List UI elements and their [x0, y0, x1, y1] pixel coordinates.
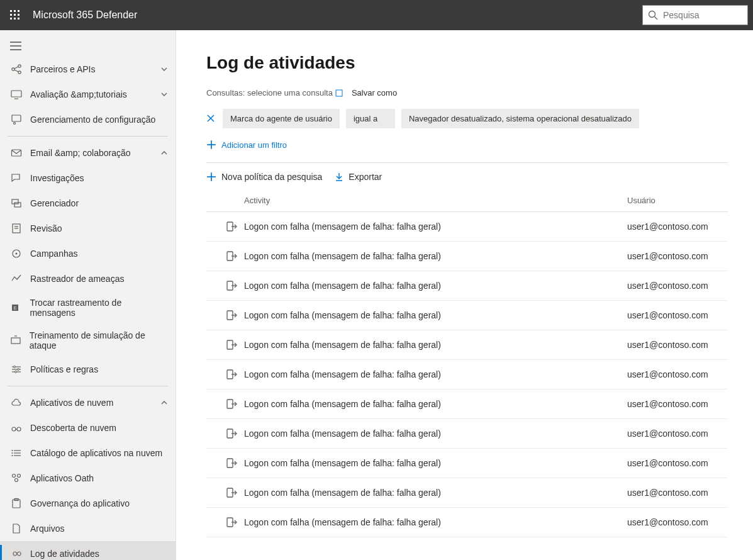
- table-row[interactable]: Logon com falha (mensagem de falha: falh…: [206, 478, 728, 508]
- svg-rect-24: [12, 199, 18, 204]
- svg-rect-2: [18, 10, 20, 12]
- clipboard-icon: [10, 497, 23, 510]
- sidebar-label: Rastreador de ameaças: [30, 274, 124, 284]
- user-cell: user1@contoso.com: [627, 488, 728, 498]
- logout-icon: [226, 250, 237, 262]
- table-row[interactable]: Logon com falha (mensagem de falha: falh…: [206, 212, 728, 242]
- top-bar: Microsoft 365 Defender: [0, 0, 753, 30]
- user-cell: user1@contoso.com: [627, 251, 728, 261]
- sidebar-label: Aplicativos Oath: [30, 473, 94, 483]
- svg-rect-3: [10, 14, 12, 16]
- table-row[interactable]: Logon com falha (mensagem de falha: falh…: [206, 330, 728, 360]
- svg-rect-0: [10, 10, 12, 12]
- add-filter-button[interactable]: Adicionar um filtro: [206, 140, 728, 150]
- app-launcher-button[interactable]: [0, 0, 30, 30]
- logout-icon: [226, 339, 237, 350]
- sidebar-label: Descoberta de nuvem: [30, 423, 116, 433]
- svg-rect-23: [12, 150, 21, 156]
- activity-cell: Logon com falha (mensagem de falha: falh…: [244, 488, 627, 498]
- sidebar-label: Catálogo de aplicativos na nuvem: [30, 448, 162, 458]
- table-row[interactable]: Logon com falha (mensagem de falha: falh…: [206, 419, 728, 449]
- table-header: Activity Usuário: [206, 191, 728, 212]
- logout-icon: [226, 398, 237, 410]
- table-row[interactable]: Logon com falha (mensagem de falha: falh…: [206, 271, 728, 301]
- sidebar-item-partners[interactable]: Parceiros e APIs: [0, 57, 176, 82]
- save-as-button[interactable]: Salvar como: [352, 88, 397, 98]
- table-body: Logon com falha (mensagem de falha: falh…: [206, 212, 728, 537]
- table-row[interactable]: Logon com falha (mensagem de falha: falh…: [206, 360, 728, 389]
- queries-label[interactable]: Consultas: selecione uma consulta: [206, 88, 333, 98]
- user-cell: user1@contoso.com: [627, 369, 728, 379]
- svg-point-40: [15, 371, 17, 373]
- svg-point-48: [12, 452, 13, 454]
- main-content: Log de atividades Consultas: selecione u…: [176, 30, 753, 560]
- column-activity[interactable]: Activity: [244, 196, 627, 205]
- sidebar-label: Gerenciamento de configuração: [30, 115, 155, 125]
- sidebar-item-config[interactable]: Gerenciamento de configuração: [0, 107, 176, 132]
- svg-point-52: [15, 479, 18, 482]
- sidebar-section-cloud[interactable]: Aplicativos de nuvem: [0, 390, 176, 415]
- svg-point-22: [14, 123, 16, 125]
- sidebar-item-threat-tracker[interactable]: Rastreador de ameaças: [0, 266, 176, 291]
- download-icon: [335, 172, 343, 181]
- sidebar-item-oauth-apps[interactable]: Aplicativos Oath: [0, 466, 176, 491]
- sidebar-item-app-catalog[interactable]: Catálogo de aplicativos na nuvem: [0, 440, 176, 466]
- save-icon: [335, 89, 343, 97]
- table-row[interactable]: Logon com falha (mensagem de falha: falh…: [206, 449, 728, 478]
- user-cell: user1@contoso.com: [627, 340, 728, 350]
- export-button[interactable]: Exportar: [335, 172, 382, 182]
- sidebar-label: Trocar rastreamento de mensagens: [30, 298, 165, 318]
- svg-point-51: [18, 474, 21, 478]
- new-policy-button[interactable]: Nova política da pesquisa: [206, 172, 322, 182]
- table-row[interactable]: Logon com falha (mensagem de falha: falh…: [206, 508, 728, 537]
- sidebar-item-attack-sim[interactable]: Treinamento de simulação de ataque: [0, 324, 176, 357]
- search-icon: [648, 10, 658, 20]
- sidebar-section-email[interactable]: Email &amp; colaboração: [0, 140, 176, 165]
- sidebar-item-manager[interactable]: Gerenciador: [0, 191, 176, 216]
- monitor-icon: [10, 88, 23, 101]
- table-row[interactable]: Logon com falha (mensagem de falha: falh…: [206, 389, 728, 419]
- logout-icon: [226, 221, 237, 232]
- sidebar-item-files[interactable]: Arquivos: [0, 516, 176, 541]
- sidebar-item-app-governance[interactable]: Governança do aplicativo: [0, 491, 176, 516]
- svg-rect-5: [18, 14, 20, 16]
- chevron-up-icon: [160, 149, 168, 157]
- column-user[interactable]: Usuário: [627, 196, 728, 205]
- sidebar-item-policies[interactable]: Políticas e regras: [0, 357, 176, 382]
- sidebar-item-activity-log[interactable]: Log de atividades: [0, 541, 176, 560]
- filter-value[interactable]: Navegador desatualizado, sistema operaci…: [401, 109, 639, 128]
- table-row[interactable]: Logon com falha (mensagem de falha: falh…: [206, 301, 728, 330]
- hamburger-button[interactable]: [0, 35, 176, 57]
- sidebar-label: Email &amp; colaboração: [30, 148, 131, 158]
- activity-cell: Logon com falha (mensagem de falha: falh…: [244, 458, 627, 468]
- activity-cell: Logon com falha (mensagem de falha: falh…: [244, 428, 627, 439]
- svg-point-38: [14, 366, 16, 368]
- chevron-down-icon: [160, 65, 168, 73]
- svg-point-15: [18, 65, 21, 67]
- list-icon: [10, 447, 23, 459]
- filter-operator[interactable]: igual a: [346, 109, 395, 128]
- svg-point-47: [12, 450, 13, 451]
- svg-point-50: [13, 474, 16, 478]
- sidebar-item-campaigns[interactable]: Campanhas: [0, 241, 176, 266]
- logout-icon: [226, 280, 237, 291]
- table-row[interactable]: Logon com falha (mensagem de falha: falh…: [206, 242, 728, 271]
- plus-icon: [206, 172, 216, 182]
- activity-cell: Logon com falha (mensagem de falha: falh…: [244, 221, 627, 232]
- filter-field[interactable]: Marca do agente de usuário: [223, 109, 340, 128]
- svg-line-17: [14, 67, 18, 69]
- svg-rect-1: [14, 10, 16, 12]
- svg-point-30: [16, 253, 18, 255]
- manager-icon: [10, 197, 23, 210]
- sidebar-item-exchange-trace[interactable]: E Trocar rastreamento de mensagens: [0, 291, 176, 324]
- sidebar-item-tutorials[interactable]: Avaliação &amp;tutoriais: [0, 82, 176, 107]
- sidebar-label: Aplicativos de nuvem: [30, 398, 113, 408]
- sidebar-item-review[interactable]: Revisão: [0, 216, 176, 241]
- sidebar-item-investigations[interactable]: Investigações: [0, 165, 176, 191]
- sidebar-item-cloud-discovery[interactable]: Descoberta de nuvem: [0, 415, 176, 440]
- global-search[interactable]: [642, 5, 748, 25]
- user-cell: user1@contoso.com: [627, 517, 728, 527]
- remove-filter-button[interactable]: [206, 114, 216, 124]
- activity-cell: Logon com falha (mensagem de falha: falh…: [244, 399, 627, 409]
- search-input[interactable]: [663, 10, 739, 20]
